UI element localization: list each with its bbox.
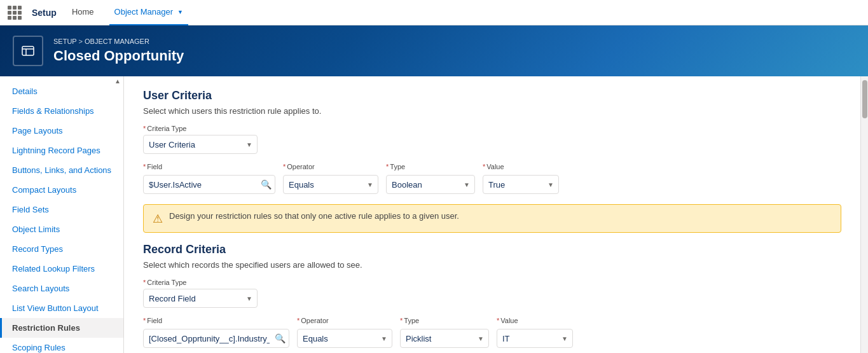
record-criteria-type-select-wrapper: Record Field Filter Logic ▼: [143, 289, 258, 308]
record-value-label: *Value: [497, 317, 573, 324]
header-band: SETUP > OBJECT MANAGER Closed Opportunit…: [0, 25, 868, 76]
record-criteria-operator-group: *Operator Equals Not Equals ▼: [297, 317, 392, 348]
nav-tab-object-manager[interactable]: Object Manager ▼: [109, 0, 188, 25]
record-criteria-field-group: *Field 🔍: [143, 317, 289, 348]
user-criteria-type-group: *Type Boolean Text ▼: [386, 163, 475, 194]
page-title: Closed Opportunity: [53, 48, 184, 64]
record-field-search-button[interactable]: 🔍: [275, 334, 286, 343]
sidebar-item-lightning-record-pages[interactable]: Lightning Record Pages: [0, 141, 123, 160]
sidebar-item-record-types[interactable]: Record Types: [0, 239, 123, 259]
user-criteria-value-group: *Value True False ▼: [483, 163, 559, 194]
record-criteria-subtitle: Select which records the specified users…: [143, 260, 841, 270]
user-value-label: *Value: [483, 163, 559, 170]
breadcrumb-object-manager[interactable]: OBJECT MANAGER: [85, 38, 149, 45]
sidebar-item-compact-layouts[interactable]: Compact Layouts: [0, 180, 123, 200]
record-type-select[interactable]: Picklist Text: [400, 329, 489, 348]
record-field-input-wrapper: 🔍: [143, 329, 289, 348]
user-operator-select[interactable]: Equals Not Equals: [283, 175, 378, 194]
warning-box: ⚠ Design your restriction rules so that …: [143, 204, 841, 233]
top-nav: Setup Home Object Manager ▼: [0, 0, 868, 25]
user-criteria-type-select-wrapper: User Criteria Permission Criteria ▼: [143, 135, 258, 154]
chevron-down-icon: ▼: [177, 9, 183, 15]
user-criteria-type-label: *Criteria Type: [143, 125, 841, 132]
user-criteria-type-row: *Criteria Type User Criteria Permission …: [143, 125, 841, 154]
right-scrollbar[interactable]: [860, 76, 868, 353]
record-value-select-wrapper: IT Finance ▼: [497, 329, 573, 348]
app-name: Setup: [32, 8, 57, 18]
record-field-label: *Field: [143, 317, 289, 324]
sidebar-item-search-layouts[interactable]: Search Layouts: [0, 279, 123, 298]
sidebar-item-list-view-button-layout[interactable]: List View Button Layout: [0, 298, 123, 318]
user-field-input[interactable]: [143, 175, 275, 194]
record-criteria-type-row: *Criteria Type Record Field Filter Logic…: [143, 279, 841, 308]
scroll-up-indicator: ▲: [114, 78, 121, 85]
header-text: SETUP > OBJECT MANAGER Closed Opportunit…: [53, 38, 184, 64]
user-field-label: *Field: [143, 163, 275, 170]
sidebar-item-details[interactable]: Details: [0, 81, 123, 101]
user-value-select-wrapper: True False ▼: [483, 175, 559, 194]
record-criteria-type-group: *Type Picklist Text ▼: [400, 317, 489, 348]
sidebar-item-scoping-rules[interactable]: Scoping Rules: [0, 338, 123, 353]
user-criteria-operator-group: *Operator Equals Not Equals ▼: [283, 163, 378, 194]
sidebar: ▲ Details Fields & Relationships Page La…: [0, 76, 124, 353]
breadcrumb-setup[interactable]: SETUP: [53, 38, 76, 45]
warning-icon: ⚠: [153, 212, 163, 226]
user-operator-label: *Operator: [283, 163, 378, 170]
user-type-select[interactable]: Boolean Text: [386, 175, 475, 194]
search-icon: 🔍: [275, 334, 286, 343]
user-criteria-subtitle: Select which users this restriction rule…: [143, 106, 841, 116]
sidebar-item-fields-relationships[interactable]: Fields & Relationships: [0, 101, 123, 121]
object-icon-box: [13, 36, 43, 66]
main-layout: ▲ Details Fields & Relationships Page La…: [0, 76, 868, 353]
record-operator-label: *Operator: [297, 317, 392, 324]
sidebar-item-object-limits[interactable]: Object Limits: [0, 219, 123, 239]
record-criteria-value-group: *Value IT Finance ▼: [497, 317, 573, 348]
content-area: User Criteria Select which users this re…: [124, 76, 860, 353]
scrollbar-thumb[interactable]: [862, 80, 867, 118]
app-switcher-icon[interactable]: [8, 6, 22, 20]
record-criteria-section: Record Criteria Select which records the…: [143, 243, 841, 348]
user-field-search-button[interactable]: 🔍: [261, 180, 272, 189]
user-criteria-title: User Criteria: [143, 89, 841, 102]
record-operator-select-wrapper: Equals Not Equals ▼: [297, 329, 392, 348]
record-criteria-type-label: *Criteria Type: [143, 279, 841, 286]
breadcrumb: SETUP > OBJECT MANAGER: [53, 38, 184, 45]
svg-rect-0: [22, 46, 34, 55]
nav-tab-home[interactable]: Home: [67, 0, 99, 25]
record-type-label: *Type: [400, 317, 489, 324]
sidebar-item-restriction-rules[interactable]: Restriction Rules: [0, 318, 123, 338]
user-operator-select-wrapper: Equals Not Equals ▼: [283, 175, 378, 194]
user-criteria-field-group: *Field 🔍: [143, 163, 275, 194]
record-value-select[interactable]: IT Finance: [497, 329, 573, 348]
object-icon: [20, 43, 36, 59]
user-type-select-wrapper: Boolean Text ▼: [386, 175, 475, 194]
user-type-label: *Type: [386, 163, 475, 170]
record-operator-select[interactable]: Equals Not Equals: [297, 329, 392, 348]
warning-text: Design your restriction rules so that on…: [169, 211, 459, 221]
user-criteria-section: User Criteria Select which users this re…: [143, 89, 841, 194]
record-type-select-wrapper: Picklist Text ▼: [400, 329, 489, 348]
sidebar-item-buttons-links-actions[interactable]: Buttons, Links, and Actions: [0, 160, 123, 180]
user-criteria-controls-row: *Field 🔍 *Operator Equa: [143, 163, 841, 194]
sidebar-item-field-sets[interactable]: Field Sets: [0, 200, 123, 219]
record-criteria-controls-row: *Field 🔍 *Operator Equa: [143, 317, 841, 348]
user-field-input-wrapper: 🔍: [143, 175, 275, 194]
sidebar-item-page-layouts[interactable]: Page Layouts: [0, 121, 123, 141]
sidebar-item-related-lookup-filters[interactable]: Related Lookup Filters: [0, 259, 123, 279]
record-criteria-type-select[interactable]: Record Field Filter Logic: [143, 289, 258, 308]
record-criteria-title: Record Criteria: [143, 243, 841, 256]
record-field-input[interactable]: [143, 329, 289, 348]
search-icon: 🔍: [261, 180, 272, 189]
user-value-select[interactable]: True False: [483, 175, 559, 194]
user-criteria-type-select[interactable]: User Criteria Permission Criteria: [143, 135, 258, 154]
